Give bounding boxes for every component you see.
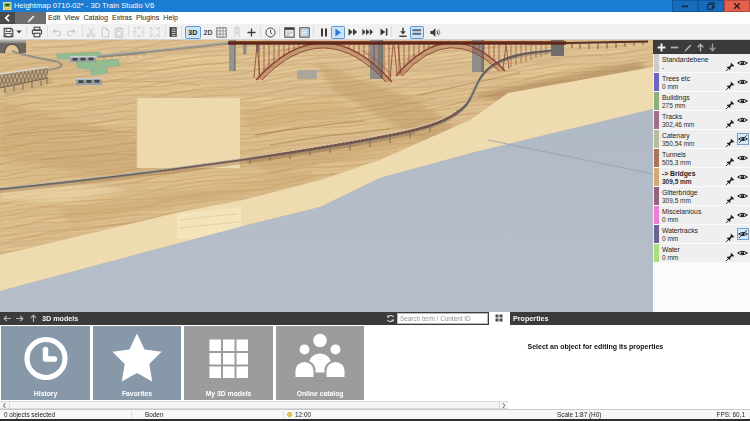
move-layer-up-icon[interactable]: [696, 43, 705, 52]
layer-pin-button[interactable]: [725, 229, 735, 239]
scroll-right-icon[interactable]: ❯: [499, 402, 509, 409]
edit-layer-icon[interactable]: [684, 43, 693, 52]
layer-pin-button[interactable]: [725, 58, 735, 68]
view-3d-button[interactable]: 3D: [185, 26, 201, 39]
select-area-button[interactable]: [133, 26, 145, 39]
align-height-button[interactable]: [410, 26, 424, 39]
layer-row[interactable]: Miscelanious0 mm: [653, 206, 750, 224]
layer-height: 309,5 mm: [662, 197, 691, 204]
menu-item-view[interactable]: View: [64, 14, 79, 22]
skip-to-end-button[interactable]: [379, 26, 388, 39]
paste-button[interactable]: [114, 26, 124, 39]
layer-visibility-button[interactable]: [737, 152, 749, 164]
view-2d-button[interactable]: 2D: [203, 26, 214, 39]
toggle-signals-button[interactable]: [233, 26, 242, 39]
pause-button[interactable]: [320, 26, 329, 39]
layer-pin-button[interactable]: [725, 172, 735, 182]
layer-pin-button[interactable]: [725, 77, 735, 87]
layer-row[interactable]: Watertracks0 mm: [653, 225, 750, 243]
scroll-left-icon[interactable]: ❮: [0, 402, 10, 409]
description-window-button[interactable]: [298, 26, 310, 39]
layer-visibility-button[interactable]: [737, 57, 749, 69]
layer-row[interactable]: Gitterbridge309,5 mm: [653, 187, 750, 205]
search-input[interactable]: [397, 313, 488, 324]
cut-button[interactable]: [86, 26, 96, 39]
layer-pin-button[interactable]: [725, 96, 735, 106]
menu-item-help[interactable]: Help: [163, 14, 178, 22]
card-history[interactable]: History: [1, 326, 90, 400]
layer-name: Watertracks: [662, 227, 698, 234]
menu-item-plugins[interactable]: Plugins: [136, 14, 159, 22]
toggle-grid-button[interactable]: [216, 26, 228, 39]
clock-icon: [265, 27, 276, 38]
copy-button[interactable]: [100, 26, 110, 39]
redo-button[interactable]: [66, 26, 76, 39]
faster-forward-button[interactable]: [362, 26, 374, 39]
card-favorites[interactable]: Favorites: [93, 326, 182, 400]
layer-pin-button[interactable]: [725, 153, 735, 163]
layer-visibility-button[interactable]: [737, 247, 749, 259]
minimize-button[interactable]: [672, 0, 698, 12]
save-button[interactable]: [3, 26, 15, 39]
edit-mode-button[interactable]: [15, 12, 46, 25]
window-title: Heightmap 0710-02* - 3D Train Studio V6: [14, 0, 154, 12]
close-button[interactable]: [724, 0, 750, 12]
layer-pin-button[interactable]: [725, 191, 735, 201]
layer-row[interactable]: Tunnels505,3 mm: [653, 149, 750, 167]
card-label: My 3D models: [184, 390, 273, 397]
layer-list-button[interactable]: [169, 26, 179, 39]
layer-row[interactable]: Buildings275 mm: [653, 92, 750, 110]
models-scrollbar[interactable]: ❮ ❯: [0, 401, 508, 410]
save-dropdown-button[interactable]: [15, 26, 22, 39]
eye-icon: [737, 153, 748, 163]
layer-visibility-button[interactable]: [737, 95, 749, 107]
remove-layer-icon[interactable]: [670, 43, 679, 52]
menu-item-catalog[interactable]: Catalog: [83, 14, 107, 22]
layer-visibility-button[interactable]: [737, 133, 749, 145]
viewport-3d[interactable]: [0, 40, 653, 312]
add-layer-icon[interactable]: [657, 43, 666, 52]
layer-pin-button[interactable]: [725, 210, 735, 220]
pin-icon: [725, 138, 735, 148]
add-object-button[interactable]: [247, 26, 256, 39]
event-manager-button[interactable]: [284, 26, 296, 39]
undo-button[interactable]: [52, 26, 62, 39]
layer-row[interactable]: -> Bridges309,5 mm: [653, 168, 750, 186]
clock-icon: [1, 330, 90, 388]
layer-visibility-button[interactable]: [737, 228, 749, 240]
card-online-catalog[interactable]: Online catalog: [276, 326, 365, 400]
place-on-ground-button[interactable]: [397, 26, 408, 39]
history-back-icon[interactable]: [3, 314, 12, 323]
view-mode-button[interactable]: [489, 312, 508, 325]
layer-row[interactable]: Tracks302,46 mm: [653, 111, 750, 129]
print-button[interactable]: [30, 26, 43, 39]
layer-pin-button[interactable]: [725, 248, 735, 258]
layer-row[interactable]: Standardebene-: [653, 54, 750, 72]
menu-item-extras[interactable]: Extras: [112, 14, 132, 22]
layer-row[interactable]: Catenary350,54 mm: [653, 130, 750, 148]
folder-up-icon[interactable]: [29, 314, 38, 323]
time-settings-button[interactable]: [265, 26, 277, 39]
history-forward-icon[interactable]: [15, 314, 24, 323]
refresh-icon[interactable]: [386, 314, 395, 323]
layer-pin-button[interactable]: [725, 115, 735, 125]
restore-button[interactable]: [698, 0, 724, 12]
back-button[interactable]: [0, 12, 15, 25]
layer-visibility-button[interactable]: [737, 209, 749, 221]
sound-button[interactable]: [429, 26, 442, 39]
layer-visibility-button[interactable]: [737, 114, 749, 126]
move-layer-down-icon[interactable]: [708, 43, 717, 52]
layer-row[interactable]: Water0 mm: [653, 244, 750, 262]
layer-row[interactable]: Trees etc0 mm: [653, 73, 750, 91]
layer-visibility-button[interactable]: [737, 171, 749, 183]
card-label: History: [1, 390, 90, 397]
menu-item-edit[interactable]: Edit: [48, 14, 60, 22]
select-all-button[interactable]: [149, 26, 161, 39]
layer-pin-button[interactable]: [725, 134, 735, 144]
card-my-3d-models[interactable]: My 3D models: [184, 326, 273, 400]
fast-forward-button[interactable]: [348, 26, 359, 39]
play-button[interactable]: [331, 26, 346, 39]
layer-visibility-button[interactable]: [737, 190, 749, 202]
layer-visibility-button[interactable]: [737, 76, 749, 88]
toolbar-separator: [260, 26, 261, 37]
